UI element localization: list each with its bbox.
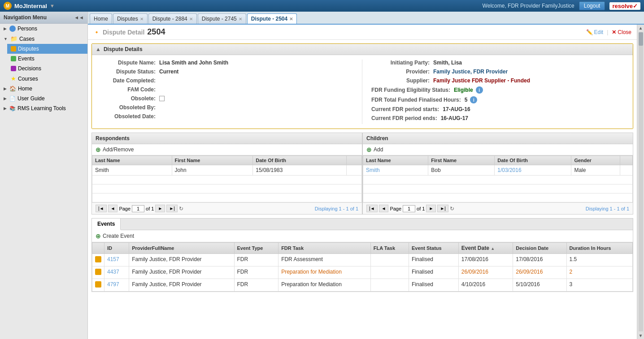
children-add-label[interactable]: Add [374,146,383,153]
dispute-name-row: Dispute Name: Lisa Smith and John Smith [97,60,353,66]
respondents-add-row: ⊕ Add/Remove [92,144,362,155]
create-event-label[interactable]: Create Event [103,233,134,239]
sidebar-item-decisions[interactable]: Decisions [7,64,87,73]
dispute-detail-prefix: Dispute Detail [103,29,144,36]
sidebar-item-persons[interactable]: ▶ Persons [0,24,87,34]
respondents-children-grid: Respondents ⊕ Add/Remove Last Name [91,133,633,215]
fam-code-label: FAM Code: [97,86,156,93]
dispute-details-title: Dispute Details [104,46,143,52]
dropdown-arrow-icon[interactable]: ▼ [50,3,55,9]
close-button[interactable]: ✕ Close [612,29,631,35]
children-page-input[interactable] [403,205,415,212]
scroll-down-icon[interactable]: ▼ [638,332,644,339]
right-scrollbar: ▲ ▼ [637,25,644,339]
table-row[interactable]: 4437 Family Justice, FDR Provider FDR Pr… [92,266,633,279]
sort-asc-icon: ▲ [491,246,495,251]
courses-icon: ★ [11,75,16,82]
children-last-page-button[interactable]: ►| [437,205,448,212]
table-row[interactable]: 4157 Family Justice, FDR Provider FDR FD… [92,254,633,266]
child-lastname-link[interactable]: Smith [366,167,380,173]
obsolete-checkbox[interactable] [159,96,165,101]
event-id-link-2[interactable]: 4437 [107,269,119,275]
initiating-party-value: Smith, Lisa [433,60,462,66]
respondents-refresh-icon[interactable]: ↻ [179,206,183,212]
table-row[interactable]: Smith John 15/08/1983 [92,165,362,176]
fdr-eligibility-info-icon[interactable]: i [476,86,483,94]
obsoleted-by-row: Obsoleted By: [97,104,353,111]
respondents-first-page-button[interactable]: |◄ [96,205,107,212]
sidebar-item-cases[interactable]: ▼ 📁 Cases [0,34,87,44]
fdr-period-end-label: Current FDR period ends: [371,115,437,121]
tab-dispute2884-close-icon[interactable]: ✕ [189,17,193,21]
sidebar-item-disputes[interactable]: Disputes [7,44,87,54]
fdr-funded-hours-row: FDR Total Funded Finalised Hours: 5 i [371,96,627,103]
children-add-icon[interactable]: ⊕ [366,146,372,153]
children-first-page-button[interactable]: |◄ [366,205,378,212]
respondents-add-remove-label[interactable]: Add/Remove [103,146,134,153]
sidebar-item-rms[interactable]: ▶ 📚 RMS Learning Tools [0,103,87,113]
dispute-details-toggle-icon[interactable]: ▲ [96,46,101,52]
respondents-next-page-button[interactable]: ► [155,205,165,212]
event-date-3: 4/10/2016 [458,279,513,292]
date-completed-row: Date Completed: [97,77,353,84]
child-firstname: Bob [428,165,495,176]
cases-folder-icon: 📁 [10,35,17,42]
respondent-extra [347,165,362,176]
children-page-nav: |◄ ◄ Page of 1 ► ►| ↻ [366,205,454,212]
create-event-icon[interactable]: ⊕ [96,232,101,240]
event-row-icon-2 [92,266,104,279]
tab-disputes[interactable]: Disputes ✕ [113,13,148,24]
respondents-pagination: |◄ ◄ Page of 1 ► ►| ↻ Displaying 1 - 1 o [92,202,362,214]
supplier-row: Supplier: Family Justice FDR Supplier - … [371,77,627,84]
respondents-page-input[interactable] [132,205,144,212]
fdr-funded-hours-info-icon[interactable]: i [470,96,477,103]
tab-disputes-close-icon[interactable]: ✕ [140,17,144,21]
tab-dispute2504-close-icon[interactable]: ✕ [289,17,293,21]
tab-dispute2745[interactable]: Dispute - 2745 ✕ [198,13,246,24]
event-decisiondate-1: 17/08/2016 [513,254,566,266]
edit-label: Edit [594,29,604,35]
event-id-link-1[interactable]: 4157 [107,256,119,262]
event-status-1: Finalised [409,254,459,266]
event-date-2: 26/09/2016 [458,266,513,279]
respondent-dob: 15/08/1983 [253,165,347,176]
logout-button[interactable]: Logout [579,1,605,10]
child-gender: Male [571,165,620,176]
page-title: 🔸 Dispute Detail 2504 [93,27,165,37]
home-label: Home [18,86,32,92]
sidebar-item-events[interactable]: Events [7,54,87,64]
sidebar-item-userguide[interactable]: ▶ 📄 User Guide [0,94,87,103]
event-icon-1 [95,256,101,262]
tab-dispute2884[interactable]: Dispute - 2884 ✕ [148,13,197,24]
event-id-3: 4797 [104,279,129,292]
fdr-funded-hours-label: FDR Total Funded Finalised Hours: [371,97,461,103]
table-row[interactable]: 4797 Family Justice, FDR Provider FDR Pr… [92,279,633,292]
edit-button[interactable]: ✏️ Edit [586,29,604,35]
tab-dispute2504[interactable]: Dispute - 2504 ✕ [247,13,297,24]
tab-home[interactable]: Home [90,13,112,24]
scroll-up-icon[interactable]: ▲ [638,25,644,31]
table-row[interactable]: Smith Bob 1/03/2016 Male [363,165,633,176]
table-row-empty1 [363,176,633,185]
children-prev-page-button[interactable]: ◄ [379,205,389,212]
fdr-period-start-value: 17-AUG-16 [443,106,470,112]
sidebar-item-courses[interactable]: ★ Courses [7,73,87,84]
sidebar-item-home[interactable]: ▶ 🏠 Home [0,84,87,94]
events-tab[interactable]: Events [92,219,121,230]
respondent-firstname: John [172,165,253,176]
respondents-last-page-button[interactable]: ►| [166,205,178,212]
dispute-details-right: Initiating Party: Smith, Lisa Provider: … [362,60,627,124]
sidebar-collapse-button[interactable]: ◄◄ [74,15,84,20]
event-provider-3: Family Justice, FDR Provider [129,279,234,292]
userguide-icon: 📄 [9,96,16,102]
children-refresh-icon[interactable]: ↻ [450,206,454,212]
event-id-link-3[interactable]: 4797 [107,281,119,288]
children-next-page-button[interactable]: ► [426,205,436,212]
table-row-empty1 [92,176,362,185]
events-section: Events ⊕ Create Event ID [91,218,633,292]
tab-dispute2745-close-icon[interactable]: ✕ [239,17,242,21]
children-col-extra [620,156,633,165]
scroll-thumb[interactable] [639,32,643,46]
respondents-prev-page-button[interactable]: ◄ [108,205,118,212]
respondents-add-remove-icon[interactable]: ⊕ [96,146,101,153]
